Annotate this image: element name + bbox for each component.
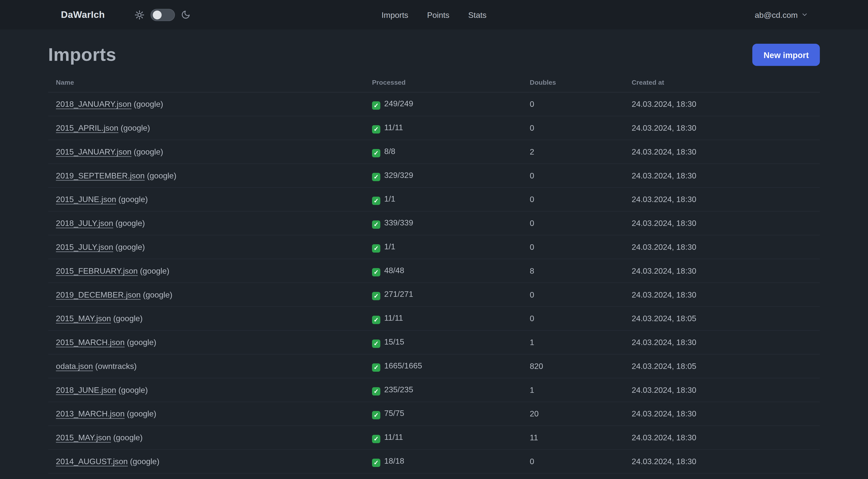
import-source: (google) bbox=[134, 100, 163, 109]
table-row: 2018_JULY.json (google) ✓339/339 0 24.03… bbox=[48, 211, 820, 235]
import-name-link[interactable]: 2019_DECEMBER.json bbox=[56, 290, 141, 299]
import-source: (owntracks) bbox=[95, 362, 136, 370]
doubles-count: 8 bbox=[530, 259, 632, 283]
doubles-count: 0 bbox=[530, 211, 632, 235]
import-source: (google) bbox=[121, 124, 150, 132]
doubles-count: 11 bbox=[530, 426, 632, 450]
import-name-link[interactable]: 2013_MARCH.json bbox=[56, 409, 125, 418]
import-name-link[interactable]: 2018_JANUARY.json bbox=[56, 100, 132, 109]
doubles-count: 0 bbox=[530, 187, 632, 211]
import-source: (google) bbox=[134, 147, 163, 156]
processed-count: 75/75 bbox=[384, 409, 404, 417]
table-row: 2019_SEPTEMBER.json (google) ✓329/329 0 … bbox=[48, 163, 820, 187]
table-row: 2015_MAY.json (google) ✓11/11 11 24.03.2… bbox=[48, 426, 820, 450]
import-name-link[interactable]: 2019_SEPTEMBER.json bbox=[56, 171, 145, 180]
processed-count: 15/15 bbox=[384, 337, 404, 346]
chevron-down-icon bbox=[801, 11, 808, 18]
column-header-processed: Processed bbox=[372, 74, 530, 92]
check-icon: ✓ bbox=[372, 149, 380, 157]
import-source: (google) bbox=[127, 409, 156, 418]
import-name-link[interactable]: 2015_FEBRUARY.json bbox=[56, 266, 138, 275]
doubles-count: 1 bbox=[530, 378, 632, 402]
processed-count: 8/8 bbox=[384, 147, 395, 155]
doubles-count: 0 bbox=[530, 283, 632, 307]
table-row: 2018_JANUARY.json (google) ✓249/249 0 24… bbox=[48, 92, 820, 116]
table-row: 2015_JUNE.json (google) ✓1/1 0 24.03.202… bbox=[48, 187, 820, 211]
table-row: 2015_JANUARY.json (google) ✓8/8 2 24.03.… bbox=[48, 140, 820, 164]
theme-toggle[interactable] bbox=[151, 8, 175, 21]
created-at: 24.03.2024, 18:30 bbox=[632, 187, 820, 211]
table-row: 2013_MARCH.json (google) ✓75/75 20 24.03… bbox=[48, 402, 820, 426]
created-at: 24.03.2024, 18:05 bbox=[632, 307, 820, 330]
created-at: 24.03.2024, 18:30 bbox=[632, 259, 820, 283]
main-content: Imports New import Name Processed Double… bbox=[0, 44, 868, 479]
theme-toggle-knob bbox=[153, 10, 162, 19]
created-at: 24.03.2024, 18:05 bbox=[632, 354, 820, 378]
sun-icon bbox=[135, 10, 145, 20]
nav-item-points[interactable]: Points bbox=[427, 10, 449, 19]
doubles-count: 2 bbox=[530, 140, 632, 164]
app-viewport: DaWarIch Imports Points bbox=[0, 0, 868, 479]
processed-count: 11/11 bbox=[384, 313, 403, 322]
import-source: (google) bbox=[140, 266, 169, 275]
nav-item-imports[interactable]: Imports bbox=[381, 10, 408, 19]
check-icon: ✓ bbox=[372, 316, 380, 324]
import-name-link[interactable]: 2014_AUGUST.json bbox=[56, 457, 128, 466]
import-source: (google) bbox=[130, 457, 159, 466]
import-source: (google) bbox=[116, 242, 145, 251]
check-icon: ✓ bbox=[372, 458, 380, 467]
user-menu[interactable]: ab@cd.com bbox=[755, 10, 808, 19]
processed-count: 271/271 bbox=[384, 290, 413, 298]
created-at: 24.03.2024, 18:30 bbox=[632, 378, 820, 402]
doubles-count: 0 bbox=[530, 163, 632, 187]
created-at: 24.03.2024, 18:30 bbox=[632, 473, 820, 479]
main-navigation: Imports Points Stats bbox=[381, 10, 487, 19]
doubles-count: 820 bbox=[530, 354, 632, 378]
table-row: 2015_MARCH.json (google) ✓15/15 1 24.03.… bbox=[48, 330, 820, 354]
processed-count: 18/18 bbox=[384, 456, 404, 465]
import-name-link[interactable]: 2018_JUNE.json bbox=[56, 386, 116, 394]
import-name-link[interactable]: 2015_JULY.json bbox=[56, 242, 113, 251]
table-row: 2019_DECEMBER.json (google) ✓271/271 0 2… bbox=[48, 283, 820, 307]
table-row: 2015_MAY.json (google) ✓11/11 0 24.03.20… bbox=[48, 307, 820, 330]
created-at: 24.03.2024, 18:30 bbox=[632, 402, 820, 426]
import-name-link[interactable]: 2015_MAY.json bbox=[56, 433, 111, 442]
processed-count: 11/11 bbox=[384, 432, 403, 441]
created-at: 24.03.2024, 18:30 bbox=[632, 116, 820, 140]
import-name-link[interactable]: 2015_MARCH.json bbox=[56, 338, 125, 347]
import-name-link[interactable]: 2015_MAY.json bbox=[56, 314, 111, 323]
new-import-button[interactable]: New import bbox=[752, 44, 820, 66]
processed-count: 1/1 bbox=[384, 194, 395, 203]
processed-count: 1/1 bbox=[384, 242, 395, 250]
table-header: Name Processed Doubles Created at bbox=[48, 74, 820, 92]
check-icon: ✓ bbox=[372, 363, 380, 371]
import-source: (google) bbox=[113, 433, 143, 442]
check-icon: ✓ bbox=[372, 339, 380, 348]
table-row: 2013_JUNE.json (google) ✓178/178 59 24.0… bbox=[48, 473, 820, 479]
created-at: 24.03.2024, 18:30 bbox=[632, 211, 820, 235]
processed-count: 11/11 bbox=[384, 123, 403, 131]
import-name-link[interactable]: 2015_JANUARY.json bbox=[56, 147, 132, 156]
import-source: (google) bbox=[143, 290, 172, 299]
import-name-link[interactable]: 2015_JUNE.json bbox=[56, 195, 116, 204]
nav-item-stats[interactable]: Stats bbox=[468, 10, 487, 19]
import-source: (google) bbox=[118, 195, 148, 204]
app-logo[interactable]: DaWarIch bbox=[61, 9, 105, 20]
created-at: 24.03.2024, 18:30 bbox=[632, 163, 820, 187]
created-at: 24.03.2024, 18:30 bbox=[632, 330, 820, 354]
theme-switcher bbox=[135, 8, 191, 21]
import-name-link[interactable]: 2018_JULY.json bbox=[56, 219, 113, 228]
import-name-link[interactable]: 2015_APRIL.json bbox=[56, 124, 119, 132]
doubles-count: 0 bbox=[530, 450, 632, 474]
check-icon: ✓ bbox=[372, 292, 380, 300]
check-icon: ✓ bbox=[372, 244, 380, 252]
moon-icon bbox=[181, 10, 191, 19]
doubles-count: 20 bbox=[530, 402, 632, 426]
check-icon: ✓ bbox=[372, 125, 380, 133]
user-email: ab@cd.com bbox=[755, 10, 798, 19]
import-name-link[interactable]: odata.json bbox=[56, 362, 93, 370]
page-header: Imports New import bbox=[48, 44, 820, 66]
table-row: 2014_AUGUST.json (google) ✓18/18 0 24.03… bbox=[48, 450, 820, 474]
doubles-count: 0 bbox=[530, 235, 632, 259]
table-row: odata.json (owntracks) ✓1665/1665 820 24… bbox=[48, 354, 820, 378]
